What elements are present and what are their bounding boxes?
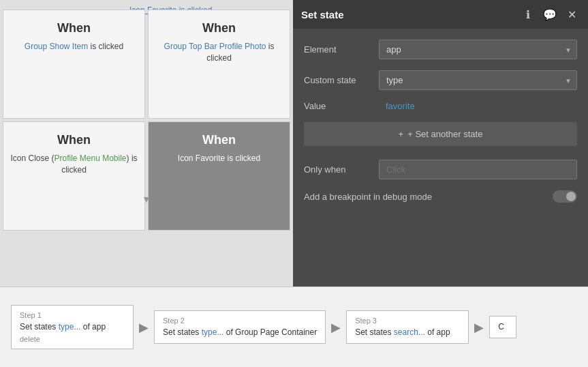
card-when-2: When (202, 21, 236, 35)
step-2-blue: type... (202, 327, 224, 337)
card-icon-close[interactable]: When Icon Close (Profile Menu Mobile) is… (3, 121, 145, 231)
card-icon-favorite[interactable]: When Icon Favorite is clicked (148, 121, 290, 231)
panel-icons: ℹ 💬 ✕ (520, 6, 580, 23)
element-row: Element app ▼ (304, 40, 577, 59)
step-3-blue: search... (394, 327, 425, 337)
card-when-3: When (57, 133, 91, 147)
set-another-state-label: + Set another state (407, 129, 482, 139)
workflow-arrow-2: ▶ (326, 320, 346, 335)
close-icon-btn[interactable]: ✕ (563, 6, 580, 23)
comment-icon-btn[interactable]: 💬 (542, 6, 558, 23)
card-group-top-bar[interactable]: When Group Top Bar Profile Photo is clic… (148, 10, 290, 119)
debug-row: Add a breakpoint in debug mode (304, 190, 577, 203)
workflow-area: Step 1 Set states type... of app delete … (0, 287, 588, 367)
element-dropdown[interactable]: app (379, 40, 577, 59)
workflow-step-2[interactable]: Step 2 Set states type... of Group Page … (154, 310, 326, 344)
custom-state-dropdown[interactable]: type (379, 70, 577, 90)
card-title-blue-2: Group Top Bar Profile Photo (164, 42, 266, 51)
panel-title: Set state (301, 9, 344, 20)
card-title-1: Group Show Item is clicked (25, 41, 123, 53)
info-icon-btn[interactable]: ℹ (520, 6, 536, 23)
only-when-input[interactable] (379, 160, 577, 179)
workflow-step-3[interactable]: Step 3 Set states search... of app (346, 310, 469, 344)
step-3-text: Set states search... of app (355, 327, 460, 338)
step-1-text: Set states type... of app (20, 322, 125, 333)
value-label: Value (304, 101, 379, 111)
workflow-arrow-1: ▶ (134, 320, 154, 335)
plus-icon: + (399, 129, 404, 139)
card-title-blue-1: Group Show Item (25, 42, 88, 51)
scroll-indicator (0, 192, 293, 206)
step-1-blue: type... (59, 322, 81, 332)
value-row: Value favorite (304, 101, 577, 111)
comment-icon: 💬 (543, 8, 557, 21)
debug-toggle[interactable] (553, 190, 577, 203)
only-when-label: Only when (304, 164, 379, 175)
workflow-arrow-3: ▶ (469, 320, 489, 335)
value-text: favorite (379, 97, 422, 115)
element-value: app ▼ (379, 40, 577, 59)
element-dropdown-wrapper: app ▼ (379, 40, 577, 59)
set-another-state-button[interactable]: + + Set another state (304, 122, 577, 146)
step-2-text: Set states type... of Group Page Contain… (163, 327, 317, 338)
card-title-3: Icon Close (Profile Menu Mobile) is clic… (9, 153, 139, 176)
step-1-label: Step 1 (20, 311, 125, 319)
only-when-row: Only when (304, 160, 577, 179)
element-label: Element (304, 44, 379, 55)
custom-state-row: Custom state type ▼ (304, 70, 577, 90)
panel-body: Element app ▼ Custom state type ▼ (293, 29, 588, 214)
workflow-step-1[interactable]: Step 1 Set states type... of app delete (11, 305, 134, 350)
debug-label: Add a breakpoint in debug mode (304, 192, 432, 202)
set-state-panel: Set state ℹ 💬 ✕ Element app ▼ (293, 0, 588, 287)
step-partial-text: C (498, 322, 508, 333)
panel-header: Set state ℹ 💬 ✕ (293, 0, 588, 29)
card-group-show-item[interactable]: When Group Show Item is clicked (3, 10, 145, 119)
card-title-2: Group Top Bar Profile Photo is clicked (154, 41, 284, 64)
value-field: favorite (379, 101, 577, 111)
close-icon: ✕ (568, 8, 576, 21)
step-1-delete[interactable]: delete (20, 335, 125, 343)
workflow-step-partial: C (489, 316, 516, 339)
card-title-green-3: Profile Menu Mobile (54, 153, 126, 163)
custom-state-value: type ▼ (379, 70, 577, 90)
card-when-1: When (57, 21, 91, 35)
step-2-label: Step 2 (163, 317, 317, 325)
info-icon: ℹ (526, 8, 530, 21)
custom-state-label: Custom state (304, 75, 379, 85)
custom-state-dropdown-wrapper: type ▼ (379, 70, 577, 90)
step-3-label: Step 3 (355, 317, 460, 325)
card-title-4: Icon Favorite is clicked (178, 153, 260, 164)
card-when-4: When (202, 133, 236, 147)
